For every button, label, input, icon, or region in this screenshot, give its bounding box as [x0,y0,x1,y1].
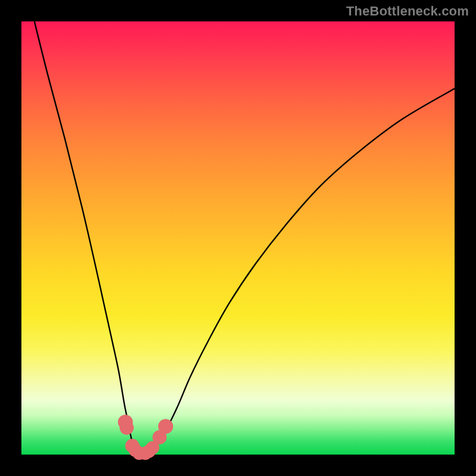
left-branch-curve [35,21,140,455]
watermark-text: TheBottleneck.com [346,4,469,19]
right-branch-curve [140,89,455,455]
data-marker [158,419,173,434]
curve-layer [21,21,455,455]
marker-group [118,415,173,460]
data-marker [120,421,134,435]
outer-frame: TheBottleneck.com [0,0,476,476]
